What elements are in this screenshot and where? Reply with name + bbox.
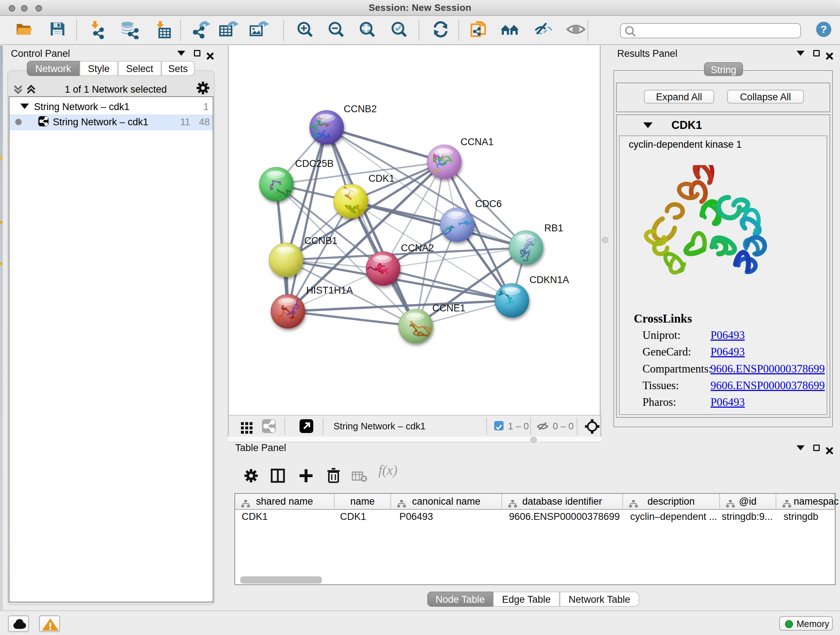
svg-text:CCNA2: CCNA2: [401, 242, 434, 253]
svg-text:CDC6: CDC6: [475, 198, 502, 209]
svg-text:CDK1: CDK1: [369, 173, 395, 184]
svg-text:CCNB1: CCNB1: [304, 235, 338, 246]
svg-text:HIST1H1A: HIST1H1A: [306, 285, 353, 296]
svg-text:CCNE1: CCNE1: [432, 302, 466, 314]
svg-text:CCNB2: CCNB2: [344, 103, 377, 114]
svg-text:RB1: RB1: [544, 223, 563, 233]
svg-text:CDKN1A: CDKN1A: [529, 274, 569, 285]
svg-text:CCNA1: CCNA1: [461, 136, 494, 147]
svg-text:CDC25B: CDC25B: [295, 158, 334, 169]
